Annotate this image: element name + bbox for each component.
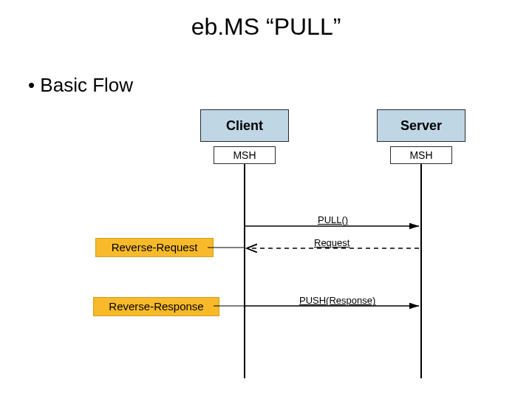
client-msh-box: MSH [214, 146, 276, 164]
participant-server-box: Server [377, 109, 466, 142]
subtitle-bullet: • Basic Flow [28, 74, 133, 97]
client-lifeline [244, 164, 245, 378]
tag-reverse-response: Reverse-Response [93, 297, 219, 316]
arrow-push-response [0, 0, 532, 399]
connector-reverse-response [0, 0, 532, 399]
participant-client-box: Client [200, 109, 289, 142]
participant-server-label: Server [400, 118, 442, 133]
page-title: eb.MS “PULL” [0, 13, 532, 41]
server-msh-box: MSH [390, 146, 452, 164]
connector-reverse-request [0, 0, 532, 399]
msg-label-pull: PULL() [318, 214, 348, 225]
slide: eb.MS “PULL” • Basic Flow Client Server … [0, 0, 532, 399]
participant-client-label: Client [226, 118, 263, 133]
msg-label-request: Request [314, 237, 349, 248]
msg-label-push-response: PUSH(Response) [299, 295, 375, 306]
arrow-request [0, 0, 532, 399]
tag-reverse-response-label: Reverse-Response [109, 300, 203, 313]
arrow-pull [0, 0, 532, 399]
server-msh-label: MSH [409, 149, 432, 161]
client-msh-label: MSH [233, 149, 256, 161]
tag-reverse-request-label: Reverse-Request [112, 241, 198, 253]
server-lifeline [420, 164, 422, 378]
tag-reverse-request: Reverse-Request [95, 238, 214, 257]
